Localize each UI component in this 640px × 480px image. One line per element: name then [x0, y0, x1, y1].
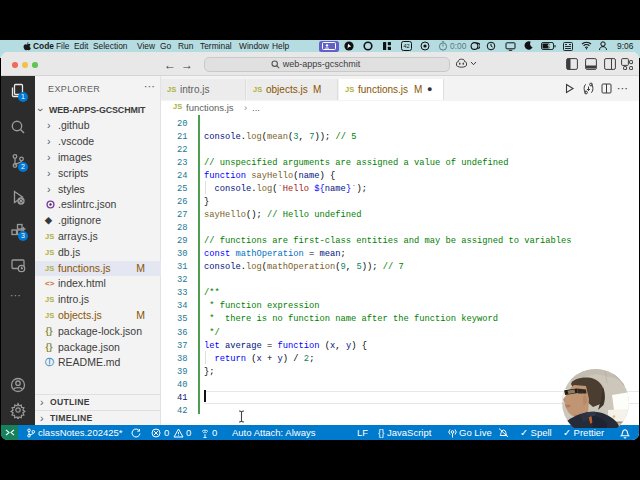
- svg-text:42: 42: [403, 43, 409, 49]
